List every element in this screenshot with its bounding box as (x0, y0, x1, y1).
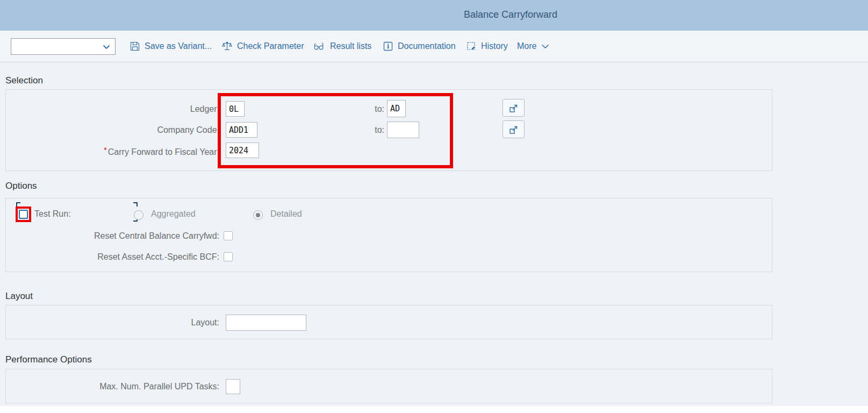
reset-central-label: Reset Central Balance Carryfwd: (6, 231, 219, 241)
ledger-label: Ledger: (6, 101, 219, 117)
aggregated-radio[interactable] (134, 210, 144, 220)
selection-heading: Selection (5, 75, 43, 86)
company-code-to-label: to: (350, 122, 384, 138)
more-button[interactable]: More (517, 31, 549, 62)
required-marker: * (104, 146, 106, 154)
documentation-button[interactable]: i Documentation (383, 31, 456, 62)
check-parameter-button[interactable]: Check Parameter (222, 31, 304, 62)
fiscal-year-input[interactable]: 2024 (226, 143, 259, 158)
info-icon: i (383, 41, 393, 51)
selection-panel: Ledger: 0L to: AD Company Code: ADD1 to:… (5, 89, 772, 171)
history-icon (467, 41, 476, 51)
layout-field-label: Layout: (6, 318, 219, 327)
layout-input[interactable] (226, 315, 306, 331)
company-code-multi-selection-button[interactable] (503, 120, 525, 138)
history-button[interactable]: History (467, 31, 508, 62)
save-as-variant-label: Save as Variant... (145, 41, 212, 51)
reset-asset-label: Reset Asset Acct.-Specific BCF: (6, 252, 219, 262)
history-label: History (481, 41, 508, 51)
check-parameter-label: Check Parameter (237, 41, 304, 51)
toolbar: Save as Variant... Check Parameter Resul… (0, 31, 868, 62)
ledger-to-input[interactable]: AD (387, 100, 406, 117)
detailed-radio-label: Detailed (270, 209, 302, 219)
company-code-label: Company Code: (6, 122, 219, 138)
scales-icon (222, 41, 232, 51)
reset-central-checkbox[interactable] (224, 231, 233, 240)
ledger-to-label: to: (350, 101, 384, 117)
performance-panel: Max. Num. Parallel UPD Tasks: (5, 369, 772, 403)
test-run-label: Test Run: (34, 209, 71, 219)
more-label: More (517, 41, 536, 51)
save-as-variant-button[interactable]: Save as Variant... (130, 31, 212, 62)
layout-panel: Layout: (5, 305, 772, 339)
focus-corner-icon (16, 202, 20, 206)
upd-tasks-input[interactable] (226, 379, 240, 394)
fiscal-year-label: *Carry Forward to Fiscal Year: (6, 143, 219, 160)
glasses-icon (313, 41, 325, 51)
aggregated-radio-label: Aggregated (151, 209, 196, 219)
chevron-down-icon (541, 44, 549, 49)
multi-selection-icon (508, 103, 519, 113)
options-panel: Test Run: Aggregated Detailed Reset Cent… (5, 198, 772, 272)
reset-asset-checkbox[interactable] (224, 252, 233, 261)
performance-heading: Performance Options (5, 354, 92, 365)
ledger-multi-selection-button[interactable] (503, 99, 525, 117)
multi-selection-icon (508, 125, 519, 134)
result-lists-button[interactable]: Result lists (313, 31, 371, 62)
options-heading: Options (5, 181, 37, 191)
upd-tasks-label: Max. Num. Parallel UPD Tasks: (6, 382, 219, 391)
result-lists-label: Result lists (330, 41, 371, 51)
save-icon (130, 41, 140, 51)
chevron-down-icon (103, 45, 110, 49)
app-header: Balance Carryforward (0, 0, 868, 31)
test-run-checkbox[interactable] (19, 210, 28, 219)
company-code-from-input[interactable]: ADD1 (226, 122, 257, 138)
svg-text:i: i (387, 43, 389, 50)
documentation-label: Documentation (398, 41, 456, 51)
variant-select[interactable] (11, 38, 116, 55)
page-title: Balance Carryforward (464, 9, 557, 20)
focus-corner-icon (133, 202, 138, 206)
ledger-from-input[interactable]: 0L (226, 101, 245, 117)
company-code-to-input[interactable] (387, 122, 419, 138)
layout-heading: Layout (5, 291, 33, 302)
content-area: Selection Ledger: 0L to: AD Company Code… (0, 62, 868, 406)
detailed-radio[interactable] (253, 210, 263, 220)
